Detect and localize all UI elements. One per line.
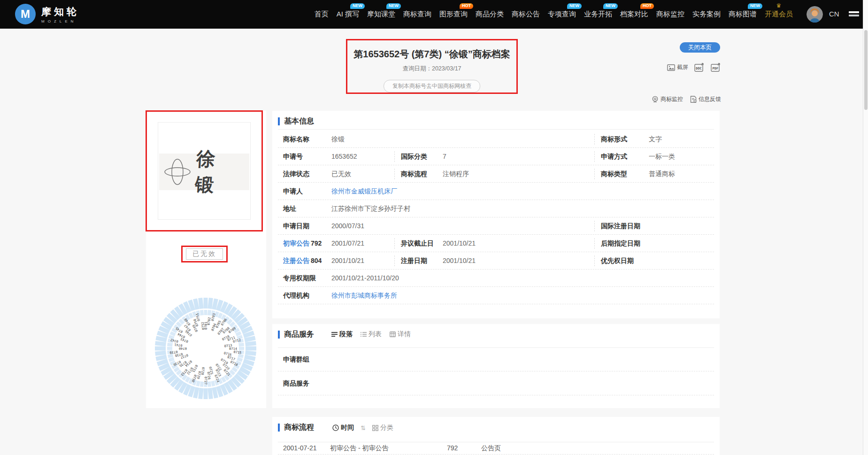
- screenshot-button[interactable]: 截屏: [667, 63, 688, 71]
- svg-text:PDF: PDF: [713, 67, 719, 70]
- nav-item-图形查询[interactable]: 图形查询HOT: [439, 10, 468, 19]
- section-accent-bar: [278, 331, 280, 339]
- info-row: 商标名称徐锻商标形式文字: [272, 131, 720, 148]
- top-navbar: M 摩知轮 MOZLEN 首页AI 撰写NEW摩知课堂NEW商标查询图形查询HO…: [0, 0, 863, 29]
- export-pdf-button[interactable]: PDF: [711, 63, 721, 72]
- basic-info-card: 基本信息 商标名称徐锻商标形式文字申请号1653652国际分类7申请方式一标一类…: [272, 111, 720, 318]
- nav-item-商标查询[interactable]: 商标查询: [403, 10, 431, 19]
- page-title: 第1653652号 (第7类) “徐锻”商标档案: [291, 48, 573, 61]
- svg-text:DOC: DOC: [696, 67, 702, 70]
- new-badge: NEW: [748, 3, 762, 9]
- sort-by-time-button[interactable]: 时间: [332, 424, 354, 432]
- gazette-page-link[interactable]: 公告页: [481, 442, 501, 455]
- brand-logo[interactable]: M 摩知轮 MOZLEN: [15, 4, 79, 24]
- goods-rows: 申请群组商品服务: [272, 347, 720, 395]
- info-label: 后期指定日期: [601, 235, 640, 252]
- group-by-category-button[interactable]: 分类: [372, 424, 393, 432]
- goods-services-card: 商品服务 段落 列表 详情: [272, 324, 720, 408]
- info-label[interactable]: 初审公告792: [283, 235, 322, 252]
- trademark-monitor-button[interactable]: 商标监控: [652, 95, 683, 103]
- info-row: 地址江苏徐州市下淀乡孙圩子村: [272, 200, 720, 217]
- info-row: 法律状态已无效商标流程注销程序商标类型普通商标: [272, 165, 720, 183]
- basic-info-title: 基本信息: [284, 116, 314, 126]
- nav-item-商品分类[interactable]: 商品分类: [476, 10, 504, 19]
- nav-item-业务开拓[interactable]: 业务开拓NEW: [584, 10, 612, 19]
- nav-item-首页[interactable]: 首页: [315, 10, 329, 19]
- goods-view-tabs: 段落 列表 详情: [331, 330, 411, 339]
- info-row: 代理机构徐州市彭城商标事务所: [272, 287, 720, 304]
- query-date: 查询日期：2023/03/17: [291, 65, 573, 73]
- process-controls: 时间 ⇅ 分类: [332, 424, 393, 432]
- nav-item-AI 撰写[interactable]: AI 撰写NEW: [337, 10, 359, 19]
- nav-item-商标监控[interactable]: 商标监控: [656, 10, 684, 19]
- info-label: 国际注册日期: [601, 217, 640, 235]
- user-avatar[interactable]: [807, 6, 823, 23]
- info-value: 普通商标: [649, 165, 675, 183]
- info-value: 2001/10/21: [443, 235, 476, 252]
- export-toolbar: 截屏 DOC PDF: [667, 63, 721, 72]
- info-label[interactable]: 注册公告804: [283, 252, 322, 270]
- goods-row: 商品服务: [272, 371, 720, 395]
- info-label-suffix: 792: [311, 239, 322, 247]
- scrollbar-track[interactable]: [863, 0, 868, 455]
- process-date: 2001-07-21: [283, 442, 317, 455]
- new-badge: NEW: [567, 3, 582, 9]
- info-row: 申请号1653652国际分类7申请方式一标一类: [272, 148, 720, 165]
- new-badge: NEW: [350, 3, 365, 9]
- info-row: 注册公告8042001/10/21注册日期2001/10/21优先权日期: [272, 252, 720, 270]
- tab-paragraph[interactable]: 段落: [331, 330, 353, 339]
- process-number: 792: [447, 442, 458, 455]
- brand-name-cn: 摩知轮: [41, 5, 79, 18]
- info-row: 初审公告7922001/07/21异议截止日2001/10/21后期指定日期: [272, 235, 720, 252]
- info-value-link[interactable]: 徐州市彭城商标事务所: [331, 287, 397, 304]
- nav-item-实务案例[interactable]: 实务案例: [692, 10, 721, 19]
- hot-badge: HOT: [460, 3, 473, 9]
- info-label: 申请日期: [283, 217, 309, 235]
- monitor-camera-icon: [652, 96, 659, 103]
- feedback-button[interactable]: 信息反馈: [690, 95, 721, 103]
- close-page-button[interactable]: 关闭本页: [680, 42, 720, 53]
- scrollbar-thumb[interactable]: [864, 30, 868, 110]
- list-icon: [361, 332, 367, 337]
- section-accent-bar: [278, 424, 280, 432]
- info-label: 商标流程: [401, 165, 427, 183]
- nav-item-档案对比[interactable]: 档案对比HOT: [620, 10, 648, 19]
- doc-export-icon: DOC: [694, 63, 705, 72]
- process-row: 2001-07-21 初审公告 - 初审公告 792 公告页: [272, 442, 720, 455]
- info-label: 代理机构: [283, 287, 309, 304]
- tab-list[interactable]: 列表: [361, 330, 382, 339]
- copy-check-button[interactable]: 复制本商标号去中国商标网核查: [384, 80, 480, 93]
- section-accent-bar: [278, 117, 280, 125]
- info-value: 2001/07/21: [331, 235, 364, 252]
- sort-direction-icon[interactable]: ⇅: [361, 424, 366, 432]
- nav-item-摩知课堂[interactable]: 摩知课堂NEW: [367, 10, 395, 19]
- info-value: 2001/10/21-2011/10/20: [331, 270, 399, 287]
- info-label: 专用权期限: [283, 270, 316, 287]
- info-value: 2001/10/21: [331, 252, 364, 270]
- process-desc: 初审公告 - 初审公告: [330, 442, 388, 455]
- nav-item-专项查询[interactable]: 专项查询NEW: [548, 10, 576, 19]
- feedback-doc-icon: [690, 96, 697, 103]
- classification-wheel[interactable]: 0701070207030704070507060707070807090710…: [154, 297, 257, 400]
- nav-item-商标公告[interactable]: 商标公告: [512, 10, 540, 19]
- info-row: 申请日期2000/07/31国际注册日期: [272, 217, 720, 235]
- tab-detail[interactable]: 详情: [390, 330, 411, 339]
- info-label: 商标类型: [601, 165, 627, 183]
- table-icon: [390, 332, 396, 337]
- nav-item-商标图谱[interactable]: 商标图谱NEW: [729, 10, 757, 19]
- nav-item-vip[interactable]: 开通会员♛: [765, 10, 793, 19]
- export-doc-button[interactable]: DOC: [694, 63, 705, 72]
- process-card: 商标流程 时间 ⇅ 分类 2001: [272, 417, 720, 455]
- svg-text:0727: 0727: [204, 377, 207, 385]
- goods-row-label: 商品服务: [283, 371, 309, 395]
- brand-logo-icon: M: [15, 4, 36, 24]
- hamburger-menu-icon[interactable]: [849, 11, 859, 16]
- info-row: 申请人徐州市金威锻压机床厂: [272, 183, 720, 200]
- info-value: 一标一类: [649, 148, 675, 165]
- trademark-word: 徐 锻: [194, 146, 251, 198]
- page: M 摩知轮 MOZLEN 首页AI 撰写NEW摩知课堂NEW商标查询图形查询HO…: [0, 0, 868, 455]
- language-switch[interactable]: CN: [829, 10, 839, 18]
- goods-title: 商品服务: [284, 330, 314, 339]
- svg-text:0739: 0739: [169, 350, 178, 355]
- info-value-link[interactable]: 徐州市金威锻压机床厂: [331, 183, 397, 200]
